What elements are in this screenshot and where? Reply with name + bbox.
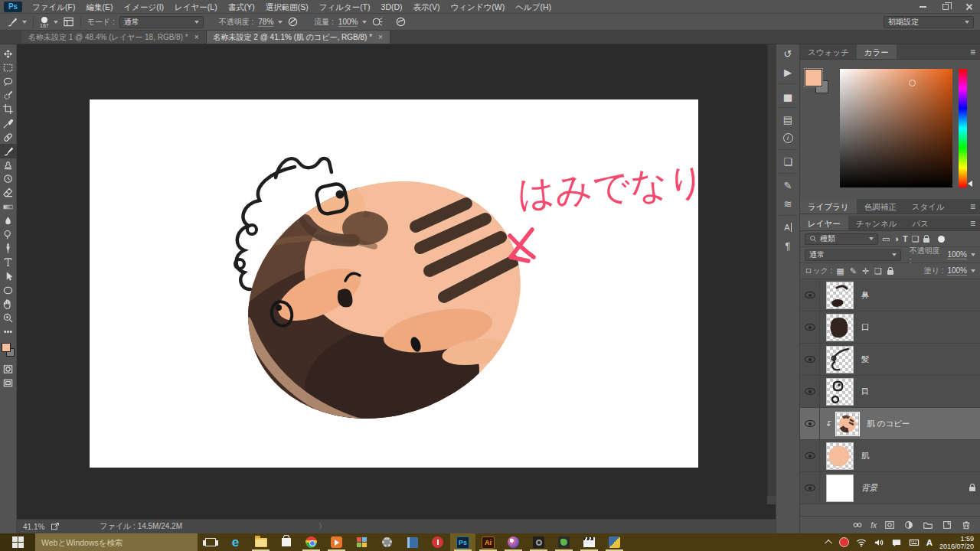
menu-image[interactable]: イメージ(I) xyxy=(118,0,169,14)
filter-toggle-icon[interactable] xyxy=(938,236,945,243)
menu-window[interactable]: ウィンドウ(W) xyxy=(446,0,511,14)
tab-adjustments[interactable]: 色調補正 xyxy=(857,199,904,214)
zoom-level[interactable]: 41.1% xyxy=(23,523,44,531)
vertical-scrollbar[interactable] xyxy=(767,44,776,504)
tool-presets-panel-icon[interactable]: ≋ xyxy=(776,194,800,213)
layer-opacity-chevron[interactable] xyxy=(971,253,975,256)
quick-mask-button[interactable] xyxy=(0,362,17,376)
layer-name[interactable]: 鼻 xyxy=(861,290,870,301)
lock-all-icon[interactable] xyxy=(887,270,893,275)
adjustment-layer-icon[interactable] xyxy=(903,520,915,530)
foreground-color-swatch[interactable] xyxy=(2,343,11,352)
clone-stamp-tool[interactable] xyxy=(0,158,17,172)
fill-chevron[interactable] xyxy=(971,269,975,272)
brush-picker-chevron[interactable] xyxy=(54,21,58,24)
visibility-eye-icon[interactable] xyxy=(805,484,815,491)
airbrush-icon[interactable] xyxy=(371,16,383,28)
menu-edit[interactable]: 編集(E) xyxy=(80,0,118,14)
move-tool[interactable] xyxy=(0,47,17,60)
lock-pixels-icon[interactable]: ✎ xyxy=(850,266,857,276)
brush-tool[interactable] xyxy=(0,144,17,158)
toggle-brush-panel-icon[interactable] xyxy=(63,16,74,28)
tab-libraries[interactable]: ライブラリ xyxy=(800,199,857,214)
tool-preset-chevron[interactable] xyxy=(22,21,27,24)
brush-settings-panel-icon[interactable]: ✎ xyxy=(776,176,800,194)
tab-swatches[interactable]: スウォッチ xyxy=(800,44,857,59)
panel-menu-icon[interactable]: ≡ xyxy=(970,216,975,230)
hand-tool[interactable] xyxy=(0,297,17,311)
canvas[interactable]: はみでなり! xyxy=(90,99,698,468)
layer-name[interactable]: 背景 xyxy=(861,483,877,494)
taskbar-evernote[interactable] xyxy=(551,533,577,551)
layer-thumbnail[interactable] xyxy=(826,442,854,470)
history-panel-icon[interactable]: ↺ xyxy=(776,44,800,63)
menu-help[interactable]: ヘルプ(H) xyxy=(510,0,557,14)
color-field[interactable] xyxy=(840,69,952,187)
filter-pixel-layers-icon[interactable]: ▭ xyxy=(882,234,890,244)
search-input[interactable] xyxy=(41,538,191,547)
layer-blend-mode-select[interactable]: 通常 xyxy=(805,249,901,261)
dodge-tool[interactable] xyxy=(0,227,17,241)
layer-row-skin[interactable]: 肌 xyxy=(800,440,980,472)
layer-thumbnail[interactable] xyxy=(826,282,854,309)
layer-row-eyes[interactable]: 目 xyxy=(800,376,980,408)
menu-3d[interactable]: 3D(D) xyxy=(376,0,408,14)
layer-thumbnail[interactable] xyxy=(826,474,854,502)
add-layer-mask-icon[interactable] xyxy=(884,520,896,530)
taskbar-dark-app[interactable] xyxy=(526,533,551,551)
panel-menu-icon[interactable]: ≡ xyxy=(970,199,975,214)
brush-preset-picker[interactable]: 187 xyxy=(40,17,49,28)
tray-expand-icon[interactable] xyxy=(825,540,832,547)
tab-layers[interactable]: レイヤー xyxy=(800,216,848,230)
taskbar-file-explorer[interactable] xyxy=(248,533,273,551)
filter-kind-select[interactable]: 種類 xyxy=(805,233,878,245)
tab-paths[interactable]: パス xyxy=(904,216,936,230)
document-tab-1[interactable]: 名称未設定 1 @ 48.4% (レイヤー 18, RGB/8) * × xyxy=(21,31,207,44)
new-group-icon[interactable] xyxy=(922,520,934,530)
layer-row-skin-copy[interactable]: ↴ 肌 のコピー xyxy=(800,408,980,440)
visibility-eye-icon[interactable] xyxy=(805,324,815,331)
visibility-eye-icon[interactable] xyxy=(805,292,815,298)
filter-smart-objects-icon[interactable] xyxy=(923,238,929,243)
eyedropper-tool[interactable] xyxy=(0,116,17,130)
taskbar-notebook-app[interactable] xyxy=(400,533,425,551)
lasso-tool[interactable] xyxy=(0,74,17,88)
filter-shape-layers-icon[interactable]: ❏ xyxy=(912,234,920,244)
paragraph-panel-icon[interactable]: ¶ xyxy=(776,236,800,255)
taskbar-power-app[interactable] xyxy=(425,533,450,551)
pen-tool[interactable] xyxy=(0,242,17,256)
layer-effects-icon[interactable]: fx xyxy=(871,521,877,530)
minimize-button[interactable] xyxy=(911,0,934,14)
taskbar-store[interactable] xyxy=(273,533,299,551)
visibility-eye-icon[interactable] xyxy=(805,420,815,427)
visibility-eye-icon[interactable] xyxy=(805,356,815,363)
layer-name[interactable]: 口 xyxy=(861,322,870,333)
menu-filter[interactable]: フィルター(T) xyxy=(314,0,376,14)
close-tab-icon[interactable]: × xyxy=(194,34,199,41)
more-tools-ellipsis[interactable] xyxy=(0,325,17,339)
lock-artboard-icon[interactable]: ❏ xyxy=(874,266,882,276)
taskbar-edge[interactable]: e xyxy=(223,533,248,551)
character-panel-icon[interactable]: A xyxy=(776,218,800,236)
new-layer-icon[interactable] xyxy=(941,520,953,530)
blend-mode-select[interactable]: 通常 xyxy=(119,16,204,28)
layer-thumbnail[interactable] xyxy=(826,378,854,406)
filter-adjustment-layers-icon[interactable]: ◑ xyxy=(893,234,899,243)
keyboard-icon[interactable] xyxy=(909,538,920,547)
pressure-opacity-icon[interactable] xyxy=(287,16,299,28)
flow-chevron[interactable] xyxy=(362,21,367,24)
delete-layer-icon[interactable] xyxy=(960,520,972,530)
close-button[interactable] xyxy=(957,0,980,14)
foreground-background-colors[interactable] xyxy=(1,342,16,359)
actions-panel-icon[interactable]: ▶ xyxy=(776,63,800,81)
layer-opacity-value[interactable]: 100% xyxy=(947,250,967,259)
layer-name[interactable]: 肌 のコピー xyxy=(867,419,910,429)
document-pasteboard[interactable]: はみでなり! xyxy=(17,44,776,519)
taskbar-photoshop[interactable]: Ps xyxy=(450,533,475,551)
lock-transparent-icon[interactable]: ▦ xyxy=(836,266,844,276)
layer-row-background[interactable]: 背景 xyxy=(800,472,980,504)
crop-tool[interactable] xyxy=(0,103,17,116)
marquee-tool[interactable] xyxy=(0,60,17,74)
flow-value[interactable]: 100% xyxy=(338,18,358,27)
filter-type-layers-icon[interactable]: T xyxy=(903,234,908,243)
